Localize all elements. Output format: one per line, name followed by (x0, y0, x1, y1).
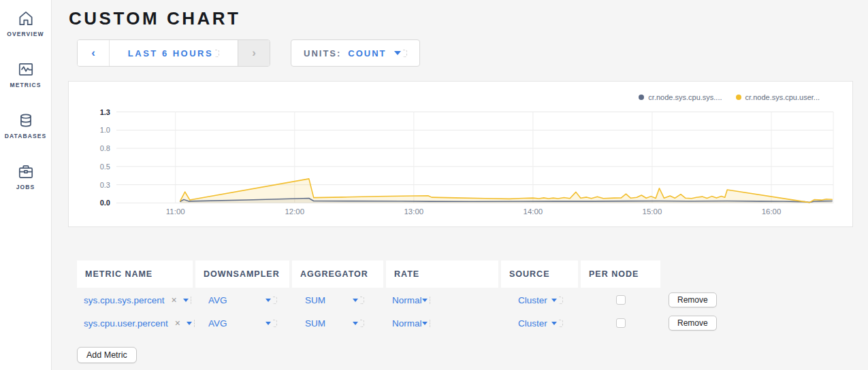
chevron-down-icon (551, 299, 557, 302)
remove-button[interactable]: Remove (669, 316, 717, 331)
sidebar-label-metrics: METRICS (10, 82, 42, 88)
time-range-label: LAST 6 HOURS (128, 48, 213, 58)
legend-item-user[interactable]: cr.node.sys.cpu.user... (736, 93, 820, 101)
dashed-focus-mark (194, 320, 195, 327)
per-node-checkbox[interactable] (616, 318, 626, 328)
custom-chart-plot[interactable]: 1.31.00.80.50.30.011:0012:0013:0014:0015… (69, 82, 852, 226)
legend-label-user: cr.node.sys.cpu.user... (745, 93, 820, 101)
sidebar-item-databases[interactable]: DATABASES (0, 112, 51, 139)
legend-item-sys[interactable]: cr.node.sys.cpu.sys.... (639, 93, 722, 101)
time-range-dropdown[interactable]: LAST 6 HOURS (109, 40, 238, 66)
downsampler-select[interactable]: AVG (195, 295, 289, 305)
dashed-focus-mark (559, 297, 563, 304)
units-label: UNITS: (304, 48, 341, 58)
sidebar-label-jobs: JOBS (16, 184, 35, 190)
rate-value: Normal (392, 295, 422, 305)
svg-text:15:00: 15:00 (643, 207, 662, 216)
aggregator-select[interactable]: SUM (292, 295, 383, 305)
svg-text:1.3: 1.3 (100, 108, 110, 116)
home-icon (17, 10, 35, 27)
chart-card: 1.31.00.80.50.30.011:0012:0013:0014:0015… (68, 81, 853, 227)
dashed-focus-mark (360, 297, 364, 304)
downsampler-value: AVG (208, 318, 227, 329)
table-row: sys.cpu.user.percent × AVG SUM Normal (77, 312, 853, 334)
metric-name-select[interactable]: sys.cpu.sys.percent × (77, 295, 193, 305)
legend-label-sys: cr.node.sys.cpu.sys.... (648, 93, 722, 101)
time-next-button[interactable]: › (238, 40, 270, 66)
dashed-focus-mark (215, 50, 219, 57)
dashed-focus-mark (430, 297, 430, 304)
col-header-metric-name: METRIC NAME (77, 260, 193, 288)
svg-text:14:00: 14:00 (524, 207, 543, 216)
units-value: COUNT (348, 48, 386, 58)
remove-button[interactable]: Remove (669, 292, 717, 307)
source-select[interactable]: Cluster (501, 295, 578, 305)
source-value: Cluster (518, 318, 547, 329)
rate-select[interactable]: Normal (386, 295, 498, 305)
chevron-down-icon (266, 322, 271, 325)
aggregator-value: SUM (305, 295, 325, 305)
series-dot-gray (639, 95, 644, 100)
page-title: CUSTOM CHART (69, 8, 853, 29)
svg-text:0.0: 0.0 (100, 199, 110, 207)
svg-text:12:00: 12:00 (285, 207, 304, 216)
svg-text:0.3: 0.3 (100, 181, 110, 189)
dashed-focus-mark (430, 320, 430, 327)
dashed-focus-mark (559, 320, 563, 327)
downsampler-value: AVG (208, 295, 227, 305)
svg-text:0.5: 0.5 (100, 163, 110, 171)
toolbar: ‹ LAST 6 HOURS › UNITS: COUNT (77, 39, 853, 67)
metrics-icon (17, 61, 35, 78)
chevron-left-icon: ‹ (91, 46, 95, 60)
sidebar: OVERVIEW METRICS DATABASES (0, 0, 52, 370)
chart-legend: cr.node.sys.cpu.sys.... cr.node.sys.cpu.… (639, 93, 820, 101)
clear-metric-icon[interactable]: × (172, 295, 177, 305)
metrics-table: METRIC NAME DOWNSAMPLER AGGREGATOR RATE … (77, 260, 853, 334)
chevron-down-icon (422, 322, 428, 325)
chevron-down-icon (353, 322, 358, 325)
svg-text:11:00: 11:00 (166, 207, 185, 216)
svg-text:1.0: 1.0 (100, 126, 110, 134)
col-header-per-node: PER NODE (581, 260, 660, 288)
source-select[interactable]: Cluster (501, 318, 578, 329)
briefcase-icon (17, 163, 35, 180)
chevron-down-icon (353, 299, 358, 302)
downsampler-select[interactable]: AVG (195, 318, 289, 329)
aggregator-select[interactable]: SUM (292, 318, 383, 329)
dashed-focus-mark (360, 320, 364, 327)
chevron-down-icon (551, 322, 557, 325)
clear-metric-icon[interactable]: × (175, 318, 180, 328)
chevron-down-icon (422, 299, 428, 302)
dashed-focus-mark (273, 320, 277, 327)
units-dropdown[interactable]: UNITS: COUNT (291, 39, 420, 67)
metric-name-value: sys.cpu.user.percent (84, 318, 168, 329)
sidebar-item-jobs[interactable]: JOBS (0, 163, 51, 190)
sidebar-label-overview: OVERVIEW (7, 31, 44, 37)
chevron-down-icon (183, 299, 189, 302)
col-header-aggregator: AGGREGATOR (292, 260, 383, 288)
aggregator-value: SUM (305, 318, 325, 329)
col-header-rate: RATE (386, 260, 498, 288)
dashed-focus-mark (191, 297, 191, 304)
sidebar-item-overview[interactable]: OVERVIEW (0, 10, 51, 37)
svg-text:16:00: 16:00 (762, 207, 782, 216)
svg-text:13:00: 13:00 (404, 207, 423, 216)
per-node-checkbox[interactable] (616, 295, 626, 305)
main-content: CUSTOM CHART ‹ LAST 6 HOURS › UNITS: COU… (52, 0, 868, 363)
col-header-downsampler: DOWNSAMPLER (195, 260, 289, 288)
series-dot-yellow (736, 95, 741, 100)
chevron-right-icon: › (252, 46, 256, 60)
time-prev-button[interactable]: ‹ (78, 40, 109, 66)
sidebar-item-metrics[interactable]: METRICS (0, 61, 51, 88)
dashed-focus-mark (403, 50, 407, 57)
rate-select[interactable]: Normal (386, 318, 498, 329)
add-metric-button[interactable]: Add Metric (77, 347, 137, 363)
col-header-source: SOURCE (501, 260, 578, 288)
chevron-down-icon (266, 299, 271, 302)
metric-name-select[interactable]: sys.cpu.user.percent × (77, 318, 193, 329)
col-header-actions (663, 260, 752, 288)
svg-text:0.8: 0.8 (100, 144, 110, 152)
table-row: sys.cpu.sys.percent × AVG SUM Normal (77, 289, 853, 311)
chevron-down-icon (187, 322, 192, 325)
chevron-down-icon (394, 51, 401, 55)
